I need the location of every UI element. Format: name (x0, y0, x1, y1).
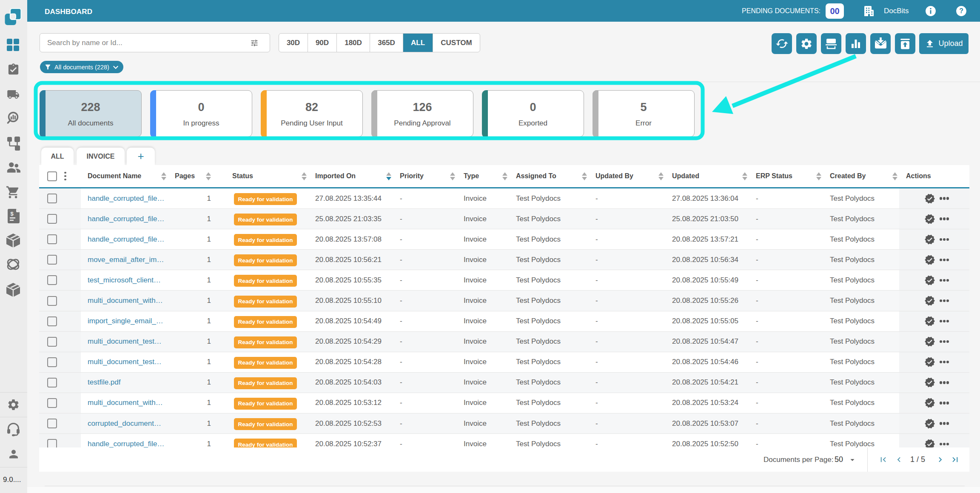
svg-text:$: $ (10, 211, 14, 217)
svg-text:?: ? (959, 7, 963, 14)
